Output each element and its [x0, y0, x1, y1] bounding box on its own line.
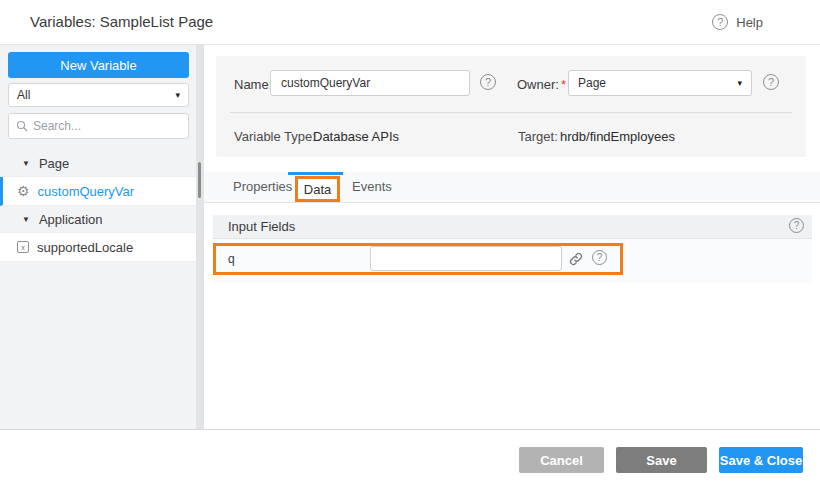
card-divider	[230, 112, 792, 113]
owner-label: Owner:*	[517, 77, 566, 92]
variables-tree: ▼ Page ⚙ customQueryVar ▼ Application x …	[0, 150, 196, 262]
tree-item-label: supportedLocale	[37, 240, 133, 255]
variables-sidebar: New Variable All ▾ ▼ Page ⚙ customQueryV…	[0, 45, 196, 429]
collapse-arrow-icon[interactable]: ▼	[22, 159, 30, 168]
owner-value: Page	[578, 76, 606, 90]
owner-select[interactable]: Page ▾	[568, 70, 752, 96]
target-value: hrdb/findEmployees	[560, 129, 675, 144]
new-variable-button[interactable]: New Variable	[8, 52, 189, 78]
input-fields-body: q ?	[213, 239, 812, 283]
scrollbar-thumb[interactable]	[198, 162, 201, 198]
chevron-down-icon: ▾	[737, 78, 742, 88]
name-help-icon[interactable]: ?	[480, 74, 496, 90]
detail-tabbar: Properties Data Events	[204, 172, 820, 203]
tab-events[interactable]: Events	[352, 172, 392, 202]
input-field-q[interactable]	[370, 246, 562, 271]
tree-group-label: Application	[39, 212, 103, 227]
tree-group-label: Page	[39, 156, 69, 171]
name-field[interactable]	[270, 70, 470, 96]
variable-type-value: Database APIs	[313, 129, 399, 144]
tree-item-customqueryvar[interactable]: ⚙ customQueryVar	[0, 177, 196, 206]
required-asterisk: *	[561, 77, 566, 92]
dialog-footer: Cancel Save Save & Close	[0, 429, 820, 489]
service-variable-gear-icon: ⚙	[17, 184, 30, 198]
tab-data[interactable]: Data	[295, 176, 340, 202]
variable-detail-panel: Name:* ? Owner:* Page ▾ ? Variable Type:…	[204, 45, 820, 429]
target-label: Target:	[518, 129, 558, 144]
sidebar-scrollbar[interactable]	[196, 45, 204, 429]
active-tab-indicator	[288, 172, 343, 175]
help-icon[interactable]: ?	[712, 14, 728, 30]
help-label[interactable]: Help	[736, 15, 763, 30]
variable-summary-card: Name:* ? Owner:* Page ▾ ? Variable Type:…	[216, 56, 806, 157]
cancel-button[interactable]: Cancel	[519, 447, 604, 473]
dialog-titlebar: Variables: SampleList Page ? Help	[0, 0, 820, 45]
chevron-down-icon: ▾	[175, 90, 180, 100]
tree-group-application[interactable]: ▼ Application	[0, 206, 196, 233]
tree-group-page[interactable]: ▼ Page	[0, 150, 196, 177]
page-title: Variables: SampleList Page	[30, 0, 213, 44]
tab-data-label: Data	[304, 182, 331, 197]
input-field-help-icon[interactable]: ?	[592, 250, 607, 265]
variable-search[interactable]	[8, 113, 189, 139]
tab-properties[interactable]: Properties	[233, 172, 292, 202]
static-variable-icon: x	[17, 241, 29, 253]
tree-item-label: customQueryVar	[38, 184, 135, 199]
variables-dialog: Variables: SampleList Page ? Help New Va…	[0, 0, 820, 489]
collapse-arrow-icon[interactable]: ▼	[22, 215, 30, 224]
save-close-button[interactable]: Save & Close	[719, 447, 803, 473]
variable-type-label: Variable Type:	[234, 129, 316, 144]
search-input[interactable]	[33, 119, 173, 133]
input-field-q-label: q	[228, 252, 235, 266]
tree-item-supportedlocale[interactable]: x supportedLocale	[0, 233, 196, 262]
save-button[interactable]: Save	[616, 447, 707, 473]
help-button[interactable]: ? Help	[712, 0, 763, 44]
annotation-input-row: q ?	[213, 243, 623, 275]
input-fields-header: Input Fields ?	[213, 215, 812, 239]
input-fields-help-icon[interactable]: ?	[789, 218, 804, 233]
variable-filter-dropdown[interactable]: All ▾	[8, 83, 189, 107]
bind-link-icon[interactable]	[568, 251, 584, 267]
owner-help-icon[interactable]: ?	[763, 74, 779, 90]
search-icon	[16, 120, 28, 132]
filter-value: All	[17, 88, 30, 102]
input-fields-title: Input Fields	[228, 219, 295, 234]
